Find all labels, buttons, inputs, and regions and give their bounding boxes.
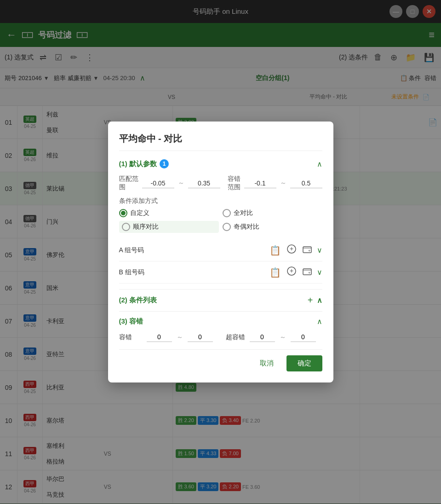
group-b-chevron-icon[interactable]: ∨ <box>317 268 322 277</box>
svg-text:+: + <box>289 245 293 252</box>
group-b-add-icon[interactable]: + <box>286 265 298 279</box>
section2-title: (2) 条件列表 <box>119 296 157 305</box>
radio-oddeven[interactable]: 奇偶对比 <box>223 221 322 233</box>
tolerance-row: 容错 ～ 超容错 ～ <box>119 332 322 342</box>
match-range-label: 匹配范围 <box>119 175 138 191</box>
dialog: 平均命中 - 对比 (1) 默认参数 1 ∧ 匹配范围 ～ 容错范围 ～ 条件添… <box>108 122 333 382</box>
radio-label: 条件添加方式 <box>119 197 322 205</box>
dialog-title: 平均命中 - 对比 <box>119 133 322 151</box>
tilde4: ～ <box>280 333 286 342</box>
match-range-max-input[interactable] <box>188 179 220 188</box>
group-a-row: A 组号码 📋 + + ∨ <box>119 239 322 261</box>
super-tol-max-input[interactable] <box>291 332 316 342</box>
radio-order-circle <box>122 223 130 231</box>
add-condition-button[interactable]: + <box>308 295 313 306</box>
match-range-row: 匹配范围 ～ 容错范围 ～ <box>119 175 322 191</box>
section3-chevron-icon[interactable]: ∧ <box>317 317 322 326</box>
confirm-button[interactable]: 确定 <box>286 355 322 371</box>
match-range-min-input[interactable] <box>142 179 174 188</box>
super-tol-label: 超容错 <box>218 333 245 342</box>
radio-all-label: 全对比 <box>234 209 253 217</box>
group-a-copy-icon[interactable]: 📋 <box>269 244 282 257</box>
radio-all[interactable]: 全对比 <box>223 209 322 217</box>
section2: (2) 条件列表 + ∧ <box>119 295 322 306</box>
group-b-actions: 📋 + + ∨ <box>269 265 322 279</box>
tol-max-input[interactable] <box>188 332 213 342</box>
section3-title: (3) 容错 <box>119 317 143 326</box>
group-a-label: A 组号码 <box>119 246 144 255</box>
tol-min-input[interactable] <box>147 332 172 342</box>
divider1 <box>119 289 322 290</box>
cancel-button[interactable]: 取消 <box>252 355 281 371</box>
radio-group: 条件添加方式 自定义 全对比 顺序对比 奇偶对比 <box>119 197 322 233</box>
group-b-row: B 组号码 📋 + + ∨ <box>119 261 322 284</box>
divider2 <box>119 311 322 312</box>
section1-title: (1) 默认参数 1 <box>119 159 169 168</box>
super-tol-min-input[interactable] <box>250 332 275 342</box>
group-b-copy-icon[interactable]: 📋 <box>269 266 282 279</box>
section2-chevron-icon[interactable]: ∧ <box>317 296 322 305</box>
radio-oddeven-circle <box>223 223 231 231</box>
section1-chevron-icon[interactable]: ∧ <box>317 160 322 168</box>
group-b-folder-add-icon[interactable]: + <box>301 265 313 279</box>
svg-text:+: + <box>289 267 293 274</box>
radio-oddeven-label: 奇偶对比 <box>234 223 259 231</box>
radio-order-label: 顺序对比 <box>133 223 159 231</box>
group-a-actions: 📋 + + ∨ <box>269 243 322 257</box>
radio-all-circle <box>223 209 231 217</box>
tol-range-max-input[interactable] <box>290 179 322 188</box>
svg-text:+: + <box>308 249 310 253</box>
group-a-add-icon[interactable]: + <box>286 243 298 257</box>
radio-order[interactable]: 顺序对比 <box>119 221 219 233</box>
section3: (3) 容错 ∧ 容错 ～ 超容错 ～ <box>119 317 322 342</box>
svg-text:+: + <box>308 271 310 275</box>
tilde2: ～ <box>280 179 286 187</box>
modal-overlay: 平均命中 - 对比 (1) 默认参数 1 ∧ 匹配范围 ～ 容错范围 ～ 条件添… <box>0 0 441 504</box>
radio-custom-label: 自定义 <box>130 209 149 217</box>
section3-header: (3) 容错 ∧ <box>119 317 322 326</box>
group-b-label: B 组号码 <box>119 268 144 277</box>
group-a-folder-add-icon[interactable]: + <box>301 243 313 257</box>
section1-badge: 1 <box>160 159 169 168</box>
tilde1: ～ <box>178 179 184 187</box>
radio-options: 自定义 全对比 顺序对比 奇偶对比 <box>119 209 322 233</box>
tilde3: ～ <box>177 333 183 342</box>
radio-custom[interactable]: 自定义 <box>119 209 219 217</box>
dialog-footer: 取消 确定 <box>119 349 322 371</box>
section2-header: (2) 条件列表 + ∧ <box>119 295 322 306</box>
section1-header: (1) 默认参数 1 ∧ <box>119 159 322 168</box>
tol-label: 容错 <box>119 333 142 342</box>
tol-range-label: 容错范围 <box>224 175 241 191</box>
group-a-chevron-icon[interactable]: ∨ <box>317 246 322 255</box>
tol-range-min-input[interactable] <box>244 179 276 188</box>
radio-custom-circle <box>119 209 127 217</box>
